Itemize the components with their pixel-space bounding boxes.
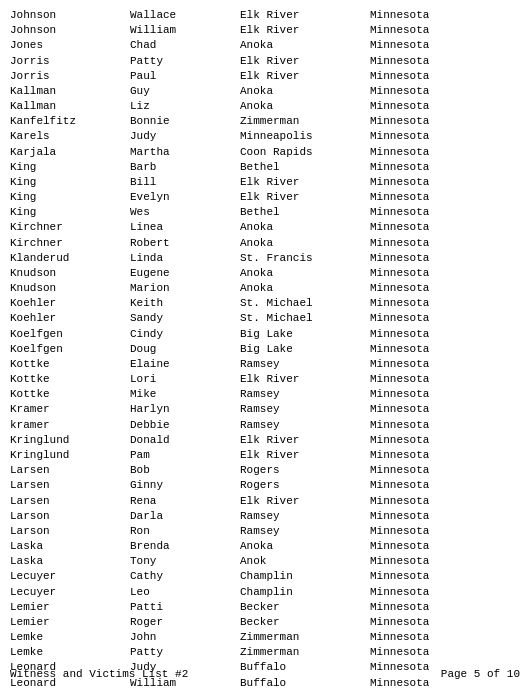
cell-state: Minnesota: [370, 99, 470, 114]
cell-city: Big Lake: [240, 327, 370, 342]
cell-first: Lori: [130, 372, 240, 387]
cell-first: John: [130, 630, 240, 645]
cell-last: King: [10, 190, 130, 205]
cell-city: Anoka: [240, 38, 370, 53]
cell-city: Rogers: [240, 463, 370, 478]
cell-city: Ramsey: [240, 418, 370, 433]
cell-city: Bethel: [240, 160, 370, 175]
table-row: kramerDebbieRamseyMinnesota: [10, 418, 520, 433]
cell-state: Minnesota: [370, 402, 470, 417]
cell-city: Champlin: [240, 569, 370, 584]
cell-city: Anoka: [240, 281, 370, 296]
cell-first: Darla: [130, 509, 240, 524]
table-row: KarelsJudyMinneapolisMinnesota: [10, 129, 520, 144]
page-content: JohnsonWallaceElk RiverMinnesotaJohnsonW…: [0, 0, 530, 690]
cell-first: Bob: [130, 463, 240, 478]
cell-city: St. Michael: [240, 311, 370, 326]
table-row: LaskaBrendaAnokaMinnesota: [10, 539, 520, 554]
cell-state: Minnesota: [370, 478, 470, 493]
cell-first: Linda: [130, 251, 240, 266]
cell-last: Kirchner: [10, 220, 130, 235]
cell-last: Karels: [10, 129, 130, 144]
footer-right: Page 5 of 10: [441, 668, 520, 680]
cell-last: Koehler: [10, 311, 130, 326]
cell-last: Kramer: [10, 402, 130, 417]
cell-last: Larson: [10, 509, 130, 524]
table-row: LarsenBobRogersMinnesota: [10, 463, 520, 478]
cell-state: Minnesota: [370, 296, 470, 311]
table-row: LemierRogerBeckerMinnesota: [10, 615, 520, 630]
table-row: JorrisPattyElk RiverMinnesota: [10, 54, 520, 69]
cell-first: Brenda: [130, 539, 240, 554]
cell-city: Elk River: [240, 190, 370, 205]
cell-city: Elk River: [240, 69, 370, 84]
table-row: KlanderudLindaSt. FrancisMinnesota: [10, 251, 520, 266]
cell-state: Minnesota: [370, 645, 470, 660]
cell-last: Kallman: [10, 99, 130, 114]
table-row: KnudsonMarionAnokaMinnesota: [10, 281, 520, 296]
cell-city: Zimmerman: [240, 645, 370, 660]
cell-first: Guy: [130, 84, 240, 99]
cell-last: Lemier: [10, 600, 130, 615]
cell-first: Patti: [130, 600, 240, 615]
table-row: KingBillElk RiverMinnesota: [10, 175, 520, 190]
table-row: LecuyerCathyChamplinMinnesota: [10, 569, 520, 584]
cell-first: Debbie: [130, 418, 240, 433]
cell-city: Bethel: [240, 205, 370, 220]
cell-last: Lecuyer: [10, 585, 130, 600]
cell-first: Roger: [130, 615, 240, 630]
table-row: KallmanGuyAnokaMinnesota: [10, 84, 520, 99]
table-row: LarsonDarlaRamseyMinnesota: [10, 509, 520, 524]
cell-last: Lemier: [10, 615, 130, 630]
cell-city: Elk River: [240, 433, 370, 448]
cell-last: Knudson: [10, 281, 130, 296]
cell-first: Bonnie: [130, 114, 240, 129]
cell-last: Larsen: [10, 463, 130, 478]
cell-city: St. Michael: [240, 296, 370, 311]
table-row: KramerHarlynRamseyMinnesota: [10, 402, 520, 417]
cell-city: Zimmerman: [240, 114, 370, 129]
table-row: LarsenGinnyRogersMinnesota: [10, 478, 520, 493]
cell-city: Anoka: [240, 236, 370, 251]
cell-first: Wallace: [130, 8, 240, 23]
cell-state: Minnesota: [370, 463, 470, 478]
table-row: KarjalaMarthaCoon RapidsMinnesota: [10, 145, 520, 160]
cell-state: Minnesota: [370, 129, 470, 144]
table-row: JohnsonWallaceElk RiverMinnesota: [10, 8, 520, 23]
cell-state: Minnesota: [370, 418, 470, 433]
cell-city: Zimmerman: [240, 630, 370, 645]
cell-last: Koelfgen: [10, 327, 130, 342]
table-row: KirchnerRobertAnokaMinnesota: [10, 236, 520, 251]
cell-city: Elk River: [240, 8, 370, 23]
cell-last: Kottke: [10, 387, 130, 402]
cell-state: Minnesota: [370, 600, 470, 615]
cell-first: Pam: [130, 448, 240, 463]
cell-last: Larsen: [10, 494, 130, 509]
cell-state: Minnesota: [370, 251, 470, 266]
table-row: KanfelfitzBonnieZimmermanMinnesota: [10, 114, 520, 129]
cell-city: Minneapolis: [240, 129, 370, 144]
cell-first: Doug: [130, 342, 240, 357]
table-row: KingWesBethelMinnesota: [10, 205, 520, 220]
cell-state: Minnesota: [370, 509, 470, 524]
cell-city: Becker: [240, 615, 370, 630]
data-table: JohnsonWallaceElk RiverMinnesotaJohnsonW…: [10, 8, 520, 690]
table-row: JohnsonWilliamElk RiverMinnesota: [10, 23, 520, 38]
cell-last: Kringlund: [10, 448, 130, 463]
cell-first: Tony: [130, 554, 240, 569]
cell-state: Minnesota: [370, 266, 470, 281]
cell-city: Anoka: [240, 539, 370, 554]
table-row: KringlundPamElk RiverMinnesota: [10, 448, 520, 463]
cell-state: Minnesota: [370, 84, 470, 99]
cell-city: Champlin: [240, 585, 370, 600]
cell-state: Minnesota: [370, 433, 470, 448]
table-row: LarsonRonRamseyMinnesota: [10, 524, 520, 539]
table-row: KottkeMikeRamseyMinnesota: [10, 387, 520, 402]
cell-last: Koelfgen: [10, 342, 130, 357]
cell-state: Minnesota: [370, 494, 470, 509]
cell-first: Patty: [130, 54, 240, 69]
cell-city: Anoka: [240, 84, 370, 99]
cell-state: Minnesota: [370, 175, 470, 190]
cell-last: Lemke: [10, 630, 130, 645]
cell-last: Kallman: [10, 84, 130, 99]
